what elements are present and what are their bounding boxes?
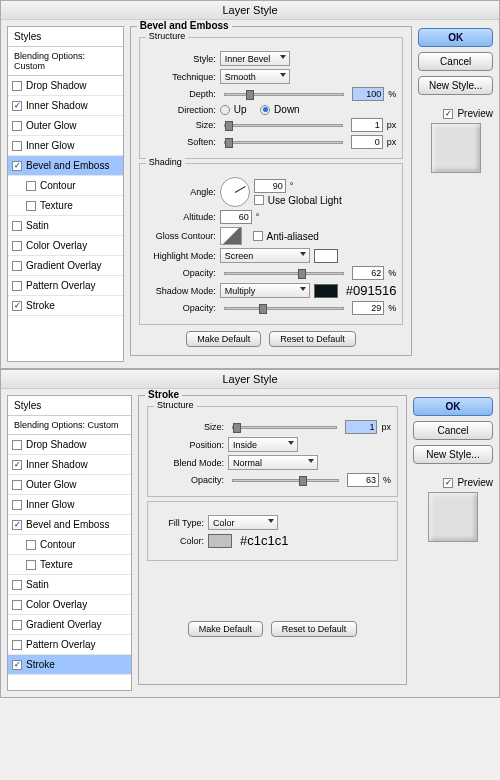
style-inner-glow[interactable]: Inner Glow xyxy=(8,136,123,156)
checkbox-icon[interactable] xyxy=(12,620,22,630)
stroke-size-input[interactable]: 1 xyxy=(345,420,377,434)
soften-slider[interactable] xyxy=(224,141,343,144)
style-inner-glow[interactable]: Inner Glow xyxy=(8,495,131,515)
style-satin[interactable]: Satin xyxy=(8,575,131,595)
shadow-mode-select[interactable]: Multiply xyxy=(220,283,310,298)
checkbox-icon[interactable] xyxy=(12,580,22,590)
style-texture[interactable]: Texture xyxy=(8,196,123,216)
angle-input[interactable]: 90 xyxy=(254,179,286,193)
style-drop-shadow[interactable]: Drop Shadow xyxy=(8,76,123,96)
highlight-opacity-input[interactable]: 62 xyxy=(352,266,384,280)
cancel-button[interactable]: Cancel xyxy=(418,52,493,71)
style-drop-shadow[interactable]: Drop Shadow xyxy=(8,435,131,455)
fill-group: Fill Type:Color Color:#c1c1c1 xyxy=(147,501,398,561)
style-inner-shadow[interactable]: Inner Shadow xyxy=(8,96,123,116)
checkbox-icon[interactable] xyxy=(12,121,22,131)
checkbox-icon[interactable] xyxy=(26,560,36,570)
reset-default-button[interactable]: Reset to Default xyxy=(269,331,356,347)
cancel-button[interactable]: Cancel xyxy=(413,421,493,440)
technique-select[interactable]: Smooth xyxy=(220,69,290,84)
style-inner-shadow[interactable]: Inner Shadow xyxy=(8,455,131,475)
ok-button[interactable]: OK xyxy=(413,397,493,416)
ok-button[interactable]: OK xyxy=(418,28,493,47)
bevel-emboss-group: Bevel and Emboss Structure Style:Inner B… xyxy=(130,26,413,356)
style-contour[interactable]: Contour xyxy=(8,535,131,555)
global-light-checkbox[interactable] xyxy=(254,195,264,205)
style-bevel-emboss[interactable]: Bevel and Emboss xyxy=(8,515,131,535)
checkbox-icon[interactable] xyxy=(12,600,22,610)
new-style-button[interactable]: New Style... xyxy=(418,76,493,95)
checkbox-icon[interactable] xyxy=(12,460,22,470)
style-texture[interactable]: Texture xyxy=(8,555,131,575)
new-style-button[interactable]: New Style... xyxy=(413,445,493,464)
gloss-contour-picker[interactable] xyxy=(220,227,242,245)
shadow-opacity-input[interactable]: 29 xyxy=(352,301,384,315)
make-default-button[interactable]: Make Default xyxy=(186,331,261,347)
style-outer-glow[interactable]: Outer Glow xyxy=(8,475,131,495)
checkbox-icon[interactable] xyxy=(12,81,22,91)
shadow-opacity-slider[interactable] xyxy=(224,307,345,310)
action-buttons: OK Cancel New Style... Preview xyxy=(413,395,493,691)
style-pattern-overlay[interactable]: Pattern Overlay xyxy=(8,276,123,296)
style-outer-glow[interactable]: Outer Glow xyxy=(8,116,123,136)
blending-options[interactable]: Blending Options: Custom xyxy=(8,47,123,76)
size-input[interactable]: 1 xyxy=(351,118,383,132)
checkbox-icon[interactable] xyxy=(12,640,22,650)
group-heading: Stroke xyxy=(145,389,182,400)
depth-slider[interactable] xyxy=(224,93,345,96)
style-color-overlay[interactable]: Color Overlay xyxy=(8,236,123,256)
checkbox-icon[interactable] xyxy=(12,241,22,251)
stroke-opacity-slider[interactable] xyxy=(232,479,339,482)
checkbox-icon[interactable] xyxy=(12,281,22,291)
checkbox-icon[interactable] xyxy=(12,660,22,670)
highlight-opacity-slider[interactable] xyxy=(224,272,345,275)
position-select[interactable]: Inside xyxy=(228,437,298,452)
checkbox-icon[interactable] xyxy=(12,221,22,231)
checkbox-icon[interactable] xyxy=(26,540,36,550)
checkbox-icon[interactable] xyxy=(12,440,22,450)
checkbox-icon[interactable] xyxy=(26,181,36,191)
blending-options[interactable]: Blending Options: Custom xyxy=(8,416,131,435)
style-stroke[interactable]: Stroke xyxy=(8,655,131,675)
direction-down-radio[interactable] xyxy=(260,105,270,115)
reset-default-button[interactable]: Reset to Default xyxy=(271,621,358,637)
checkbox-icon[interactable] xyxy=(12,500,22,510)
size-slider[interactable] xyxy=(224,124,343,127)
altitude-input[interactable]: 60 xyxy=(220,210,252,224)
stroke-size-slider[interactable] xyxy=(232,426,337,429)
direction-up-radio[interactable] xyxy=(220,105,230,115)
checkbox-icon[interactable] xyxy=(12,161,22,171)
make-default-button[interactable]: Make Default xyxy=(188,621,263,637)
depth-input[interactable]: 100 xyxy=(352,87,384,101)
style-contour[interactable]: Contour xyxy=(8,176,123,196)
style-color-overlay[interactable]: Color Overlay xyxy=(8,595,131,615)
preview-checkbox[interactable] xyxy=(443,109,453,119)
highlight-mode-select[interactable]: Screen xyxy=(220,248,310,263)
checkbox-icon[interactable] xyxy=(12,261,22,271)
preview-checkbox[interactable] xyxy=(443,478,453,488)
anti-aliased-checkbox[interactable] xyxy=(253,231,263,241)
checkbox-icon[interactable] xyxy=(26,201,36,211)
style-satin[interactable]: Satin xyxy=(8,216,123,236)
angle-dial[interactable] xyxy=(220,177,250,207)
highlight-color-swatch[interactable] xyxy=(314,249,338,263)
checkbox-icon[interactable] xyxy=(12,301,22,311)
group-heading: Bevel and Emboss xyxy=(137,20,232,31)
style-bevel-emboss[interactable]: Bevel and Emboss xyxy=(8,156,123,176)
style-select[interactable]: Inner Bevel xyxy=(220,51,290,66)
stroke-color-swatch[interactable] xyxy=(208,534,232,548)
checkbox-icon[interactable] xyxy=(12,480,22,490)
style-gradient-overlay[interactable]: Gradient Overlay xyxy=(8,615,131,635)
style-gradient-overlay[interactable]: Gradient Overlay xyxy=(8,256,123,276)
blend-mode-select[interactable]: Normal xyxy=(228,455,318,470)
fill-type-select[interactable]: Color xyxy=(208,515,278,530)
checkbox-icon[interactable] xyxy=(12,141,22,151)
soften-input[interactable]: 0 xyxy=(351,135,383,149)
style-pattern-overlay[interactable]: Pattern Overlay xyxy=(8,635,131,655)
checkbox-icon[interactable] xyxy=(12,101,22,111)
style-stroke[interactable]: Stroke xyxy=(8,296,123,316)
dialog-title: Layer Style xyxy=(1,370,499,389)
stroke-opacity-input[interactable]: 63 xyxy=(347,473,379,487)
checkbox-icon[interactable] xyxy=(12,520,22,530)
shadow-color-swatch[interactable] xyxy=(314,284,338,298)
